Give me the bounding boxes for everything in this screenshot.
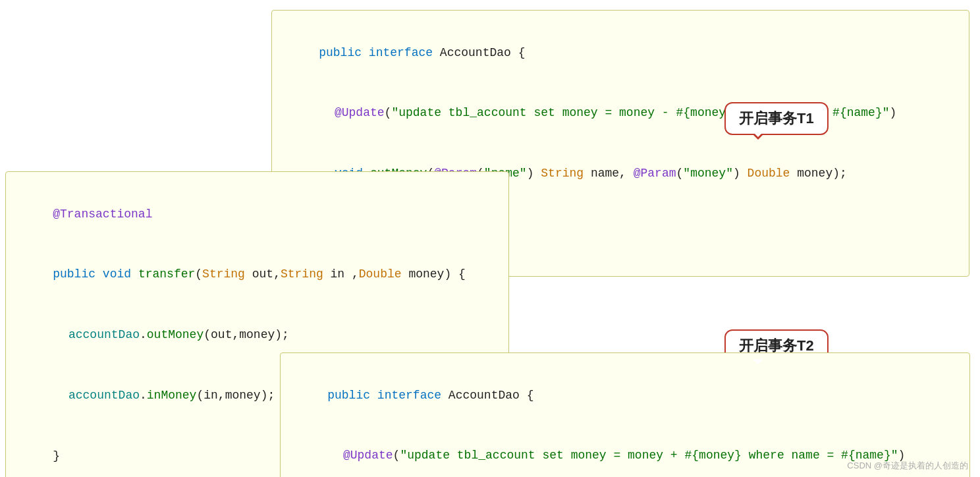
code-line: public void transfer(String out,String i… — [24, 244, 490, 305]
code-line: @Update("update tbl_account set money = … — [290, 83, 950, 144]
code-line: public interface AccountDao { — [299, 365, 951, 426]
tag-t1-label: 开启事务T1 — [739, 110, 814, 126]
code-block-3: public interface AccountDao { @Update("u… — [280, 352, 970, 477]
tag-t1: 开启事务T1 — [724, 102, 829, 135]
tag-t2-label: 开启事务T2 — [739, 337, 814, 354]
code-line: @Transactional — [24, 184, 490, 244]
watermark: CSDN @奇迹是执着的人创造的 — [847, 460, 968, 472]
code-line: public interface AccountDao { — [290, 22, 950, 83]
